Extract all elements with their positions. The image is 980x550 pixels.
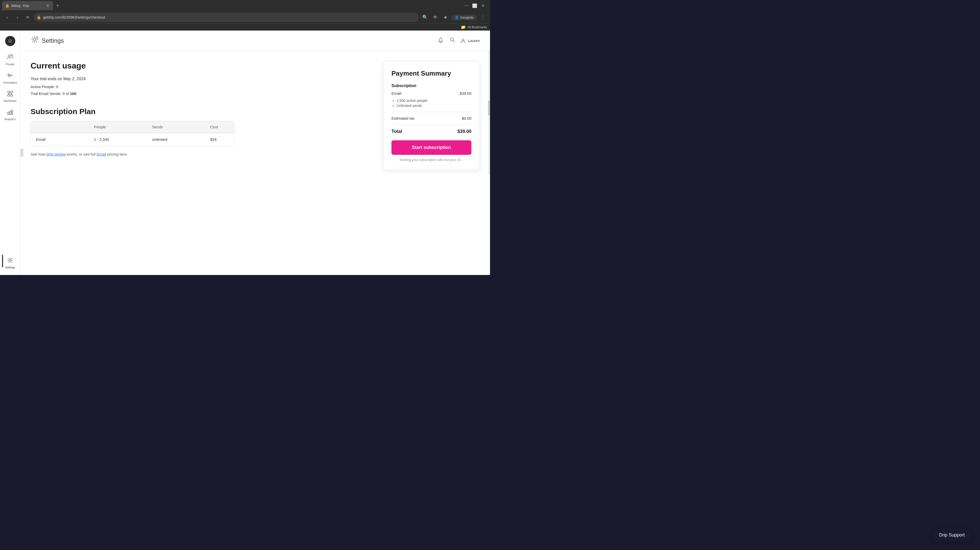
svg-point-16 <box>9 259 11 261</box>
drip-logo-icon: ☺ <box>5 36 16 46</box>
maximize-button[interactable]: ⬜ <box>472 3 478 9</box>
payment-summary-card: Payment Summary Subscription Email: $39.… <box>383 61 480 170</box>
pricing-note-start: See how <box>30 152 47 156</box>
col-name-header <box>31 121 89 133</box>
subscription-table: People Sends Cost Email 1 - 2,500 unlimi… <box>30 121 234 146</box>
sidebar-item-workflows[interactable]: Workflows <box>2 88 18 104</box>
svg-rect-5 <box>8 91 10 93</box>
analytics-icon <box>6 108 14 117</box>
forward-button[interactable]: › <box>13 13 21 21</box>
total-label: Total <box>391 129 402 134</box>
page-header: ⚙ Settings <box>21 30 490 51</box>
sidebar-item-settings[interactable]: Settings <box>2 254 18 271</box>
svg-point-3 <box>11 54 13 56</box>
eye-slash-button[interactable]: 👁 <box>431 13 439 21</box>
address-bar-container[interactable]: 🔒 <box>33 13 419 22</box>
notifications-button[interactable] <box>437 36 444 45</box>
browser-toolbar: ‹ › ✕ 🔒 🔍 👁 ★ 👤 Incognito ⋮ <box>0 11 490 24</box>
sidebar-item-people[interactable]: People <box>2 51 18 68</box>
sidebar-item-campaigns[interactable]: Campaigns <box>2 70 18 86</box>
row-people-cell: 1 - 2,500 <box>89 133 147 146</box>
browser-chrome: 🔒 Billing · Drip ✕ + — ⬜ ✕ ‹ › ✕ 🔒 🔍 👁 ★… <box>0 0 490 30</box>
active-tab[interactable]: 🔒 Billing · Drip ✕ <box>2 1 53 10</box>
sidebar-bottom: Settings <box>2 254 18 271</box>
svg-text:⚙: ⚙ <box>36 37 38 39</box>
svg-point-2 <box>8 55 10 57</box>
close-window-button[interactable]: ✕ <box>480 3 486 9</box>
content-area: Current usage Your trial ends on May 2, … <box>21 51 490 175</box>
row-name-cell: Email <box>31 133 89 146</box>
user-profile[interactable]: Lauren <box>460 38 480 43</box>
address-bar-input[interactable] <box>43 15 416 19</box>
scrollbar-track <box>488 51 490 175</box>
payment-summary-title: Payment Summary <box>391 70 471 78</box>
people-icon <box>6 54 14 62</box>
active-people-label: Active People: <box>30 84 55 89</box>
tax-label: Estimated tax <box>391 116 415 121</box>
back-button[interactable]: ‹ <box>3 13 11 21</box>
row-cost-cell: $39 <box>205 133 234 146</box>
start-subscription-button[interactable]: Start subscription <box>391 140 471 155</box>
bookmarks-label[interactable]: All Bookmarks <box>467 25 487 29</box>
profile-button[interactable]: 👤 Incognito <box>452 14 477 21</box>
subscription-note: Starting your subscription will end your… <box>391 158 471 162</box>
tab-title: Billing · Drip <box>11 4 29 8</box>
sidebar-item-analytics[interactable]: Analytics <box>2 107 18 123</box>
settings-icon <box>6 257 14 265</box>
profile-label: Incognito <box>460 16 474 19</box>
bookmark-star-button[interactable]: ★ <box>441 13 450 21</box>
svg-rect-14 <box>10 111 11 114</box>
svg-text:☺: ☺ <box>7 38 13 43</box>
minimize-button[interactable]: — <box>463 3 469 9</box>
tab-close-button[interactable]: ✕ <box>46 3 50 9</box>
app-container: ☺ People Campaigns <box>0 30 490 275</box>
reload-button[interactable]: ✕ <box>24 13 32 21</box>
sidebar-logo[interactable]: ☺ <box>4 35 17 48</box>
drip-pricing-link[interactable]: Drip pricing <box>47 152 66 156</box>
svg-point-22 <box>462 39 464 41</box>
email-pricing-link[interactable]: Email <box>97 152 106 156</box>
svg-rect-6 <box>11 91 13 93</box>
toolbar-actions: 🔍 👁 ★ 👤 Incognito ⋮ <box>421 13 487 21</box>
email-price-value: $39.00 <box>460 91 471 95</box>
scroll-left-indicator[interactable] <box>21 149 24 157</box>
header-actions: Lauren <box>437 36 480 45</box>
svg-point-4 <box>8 75 9 76</box>
campaigns-label: Campaigns <box>3 81 18 84</box>
settings-label: Settings <box>5 266 15 269</box>
campaigns-icon <box>6 72 14 80</box>
workflows-label: Workflows <box>3 99 17 102</box>
lock-icon: 🔒 <box>37 15 41 19</box>
trial-sends-value: 0 of 100 <box>62 91 76 96</box>
workflows-icon <box>6 90 14 98</box>
sidebar: ☺ People Campaigns <box>0 30 21 275</box>
table-header: People Sends Cost <box>31 121 234 133</box>
scrollbar-thumb[interactable] <box>488 100 490 116</box>
email-price-label: Email: <box>391 91 402 95</box>
trial-sends-label: Trial Email Sends: <box>30 91 61 96</box>
page-title: Settings <box>42 37 64 44</box>
bookmarks-folder-icon: 📁 <box>461 25 466 30</box>
more-options-button[interactable]: ⋮ <box>479 13 487 21</box>
table-row: Email 1 - 2,500 unlimited $39 <box>31 133 234 146</box>
tab-favicon: 🔒 <box>5 3 10 8</box>
search-button[interactable] <box>449 36 456 45</box>
people-label: People <box>6 63 14 66</box>
svg-rect-7 <box>8 95 10 96</box>
detail-item-2: Unlimited sends <box>396 103 471 108</box>
active-people-value: 0 <box>56 84 58 89</box>
svg-point-17 <box>33 39 36 41</box>
col-sends-header: Sends <box>147 121 205 133</box>
search-toolbar-button[interactable]: 🔍 <box>421 13 429 21</box>
svg-rect-8 <box>11 95 13 96</box>
pricing-note-mid: works, or see full <box>67 152 97 156</box>
svg-line-21 <box>453 41 455 42</box>
total-value: $39.00 <box>457 129 471 134</box>
payment-details-list: 2,500 active people Unlimited sends <box>391 99 471 108</box>
user-name: Lauren <box>468 38 480 43</box>
main-content: ⚙ Settings <box>21 30 490 275</box>
payment-divider-2 <box>391 124 471 125</box>
subscription-section-label: Subscription <box>391 84 471 88</box>
new-tab-button[interactable]: + <box>54 2 61 9</box>
payment-divider-1 <box>391 112 471 112</box>
